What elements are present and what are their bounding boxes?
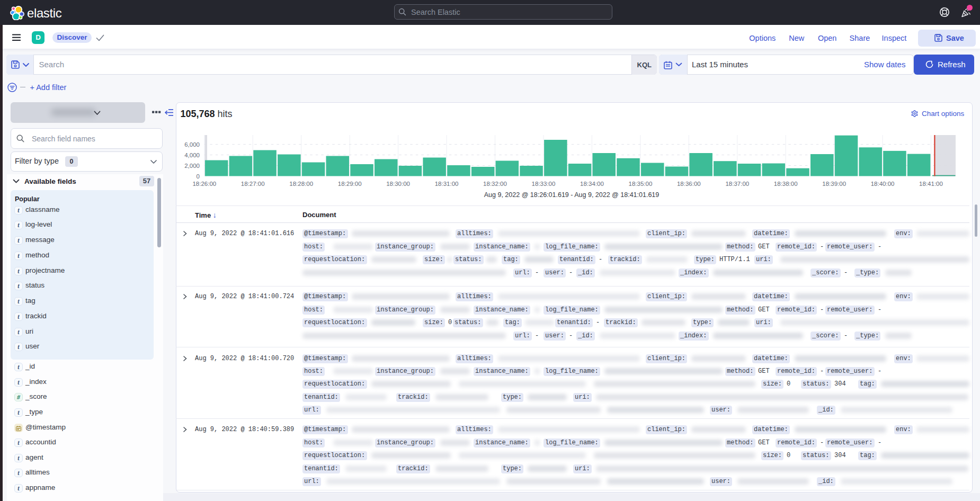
- svg-text:18:30:00: 18:30:00: [386, 181, 410, 187]
- svg-text:0: 0: [197, 173, 200, 180]
- svg-text:18:35:00: 18:35:00: [629, 181, 653, 187]
- svg-text:18:41:00: 18:41:00: [919, 181, 943, 187]
- svg-text:18:32:00: 18:32:00: [483, 181, 507, 187]
- svg-text:Aug 9, 2022 @ 18:26:01.619 - A: Aug 9, 2022 @ 18:26:01.619 - Aug 9, 2022…: [484, 191, 660, 199]
- svg-text:18:38:00: 18:38:00: [774, 181, 798, 187]
- svg-text:18:27:00: 18:27:00: [241, 181, 265, 187]
- svg-text:6,000: 6,000: [184, 141, 200, 148]
- svg-text:18:39:00: 18:39:00: [822, 181, 846, 187]
- svg-text:18:26:00: 18:26:00: [192, 181, 216, 187]
- svg-text:18:28:00: 18:28:00: [289, 181, 313, 187]
- svg-text:18:29:00: 18:29:00: [338, 181, 362, 187]
- svg-text:18:36:00: 18:36:00: [677, 181, 701, 187]
- svg-text:4,000: 4,000: [184, 152, 200, 158]
- svg-text:18:40:00: 18:40:00: [871, 181, 895, 187]
- svg-text:18:33:00: 18:33:00: [532, 181, 556, 187]
- svg-text:18:34:00: 18:34:00: [580, 181, 604, 187]
- svg-text:2,000: 2,000: [184, 163, 200, 169]
- svg-text:18:37:00: 18:37:00: [725, 181, 749, 187]
- svg-text:18:31:00: 18:31:00: [435, 181, 459, 187]
